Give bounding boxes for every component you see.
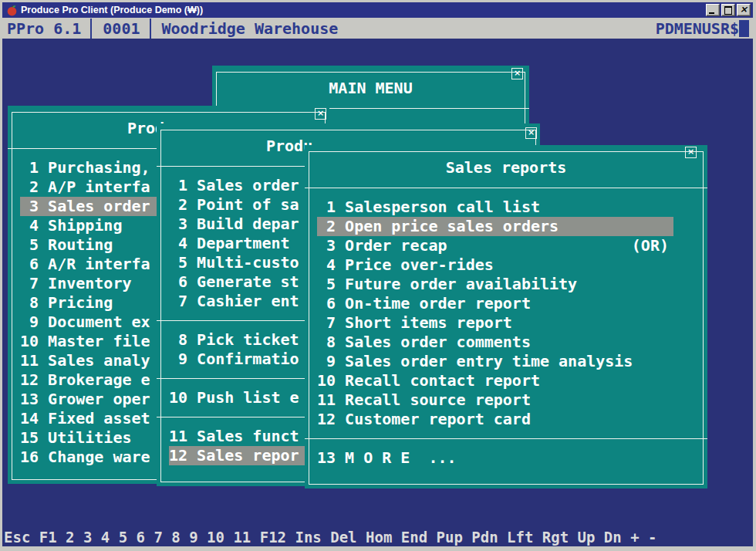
menu-item-label: 11 Sales analy <box>20 351 150 370</box>
menu-item-label: 5 Future order availability <box>317 275 577 293</box>
menu-item-label: 10 Recall contact report <box>317 371 540 390</box>
close-button[interactable]: × <box>737 4 751 16</box>
menu-item-label: 5 Multi-custo <box>169 253 299 272</box>
close-icon[interactable]: × <box>315 108 326 120</box>
menu-item-label: 6 A/R interfa <box>20 255 150 273</box>
menu-item-label: 3 Order recap <box>317 236 447 255</box>
company-code: 0001 <box>92 19 150 39</box>
menu-item[interactable]: 3 Order recap(OR) <box>317 236 673 255</box>
menu-item-label: 2 Point of sa <box>169 195 299 214</box>
menu-item-label: 11 Sales funct <box>169 427 299 445</box>
menu-item-code: (OR) <box>632 236 669 255</box>
menu-title: MAIN MENU <box>212 79 529 98</box>
menu-divider <box>317 429 673 448</box>
minimize-button[interactable] <box>706 4 720 16</box>
terminal-cursor <box>739 20 749 37</box>
menu-item[interactable]: 6 On-time order report <box>317 294 673 313</box>
menu-item[interactable]: 12 Customer report card <box>317 410 673 429</box>
menu-item-label: 8 Sales order comments <box>317 333 531 351</box>
user-id: PDMENUSR$ <box>656 19 739 39</box>
menu-item-label: 3 Sales order <box>20 197 150 215</box>
menu-item-label: 4 Department <box>169 234 290 252</box>
menu-item-label: 7 Short items report <box>317 313 512 332</box>
close-icon[interactable]: × <box>525 127 537 139</box>
menu-item-label: 6 On-time order report <box>317 294 531 313</box>
close-icon[interactable]: × <box>511 68 523 79</box>
menu-item[interactable]: 2 Open price sales orders <box>317 217 673 236</box>
menu-item[interactable]: 4 Price over-rides <box>317 255 673 275</box>
menu-item-label: 1 Sales order <box>169 176 299 194</box>
menu-title-separator <box>305 188 707 188</box>
menu-list: 1 Salesperson call list 2 Open price sal… <box>317 198 673 468</box>
menu-item-label: 15 Utilities <box>20 428 132 447</box>
menu-item-label: 16 Change ware <box>20 448 150 466</box>
menu-item[interactable]: 5 Future order availability <box>317 275 673 294</box>
close-icon[interactable]: × <box>685 147 697 158</box>
menu-item-label: 9 Document ex <box>20 313 150 331</box>
menu-item[interactable]: 10 Recall contact report <box>317 371 673 390</box>
window-title: Produce Pro Client (Produce Demo (₩)) <box>21 5 203 15</box>
menu-title: Sales reports <box>305 158 707 177</box>
menu-item-label: 4 Shipping <box>20 216 122 235</box>
menu-item[interactable]: 9 Sales order entry time analysis <box>317 352 673 371</box>
version-label: PPro 6.1 <box>2 19 92 39</box>
menu-item-label: 11 Recall source report <box>317 390 531 409</box>
menu-item[interactable]: 11 Recall source report <box>317 390 673 410</box>
menu-item-label: 9 Confirmatio <box>169 350 299 368</box>
maximize-button[interactable] <box>721 4 735 16</box>
menu-item-label: 4 Price over-rides <box>317 255 494 274</box>
menu-item-label: 13 M O R E ... <box>317 448 457 467</box>
status-header: PPro 6.1 0001 Woodridge Warehouse PDMENU… <box>2 19 753 39</box>
menu-item-label: 12 Brokerage e <box>20 370 150 389</box>
window-controls: × <box>706 4 751 16</box>
menu-item[interactable]: 7 Short items report <box>317 313 673 333</box>
apple-icon <box>6 5 18 16</box>
menu-item-label: 10 Master file <box>20 332 150 350</box>
menu-item-label: 7 Cashier ent <box>169 292 299 310</box>
menu-item-label: 12 Customer report card <box>317 410 531 428</box>
function-key-bar: Esc F1 2 3 4 5 6 7 8 9 10 11 F12 Ins Del… <box>4 528 656 546</box>
menu-item-label: 8 Pick ticket <box>169 330 299 349</box>
menu-item-label: 8 Pricing <box>20 293 113 312</box>
menu-item-label: 7 Inventory <box>20 274 132 292</box>
menu-item-label: 6 Generate st <box>169 272 299 291</box>
menu-item-label: 14 Fixed asset <box>20 409 150 428</box>
menu-item[interactable]: 8 Sales order comments <box>317 333 673 352</box>
menu-item-label: 3 Build depar <box>169 215 299 233</box>
menu-item-label: 1 Salesperson call list <box>317 198 540 216</box>
menu-item-label: 2 A/P interfa <box>20 177 150 196</box>
menu-item-label: 1 Purchasing, <box>20 158 150 177</box>
app-window: Produce Pro Client (Produce Demo (₩)) × … <box>0 0 756 551</box>
titlebar: Produce Pro Client (Produce Demo (₩)) × <box>2 2 753 18</box>
menu-item[interactable]: 13 M O R E ... <box>317 448 673 468</box>
menu-item-label: 12 Sales repor <box>169 446 299 465</box>
menu-item-label: 10 Push list e <box>169 388 299 407</box>
menu-item[interactable]: 1 Salesperson call list <box>317 198 673 217</box>
menu-item-label: 2 Open price sales orders <box>317 217 559 235</box>
menu-item-label: 13 Grower oper <box>20 390 150 408</box>
menu-item-label: 9 Sales order entry time analysis <box>317 352 633 370</box>
menu-window-sales-reports: Sales reports × 1 Salesperson call list … <box>305 145 707 488</box>
menu-item-label: 5 Routing <box>20 235 113 254</box>
warehouse-name: Woodridge Warehouse <box>151 19 656 39</box>
